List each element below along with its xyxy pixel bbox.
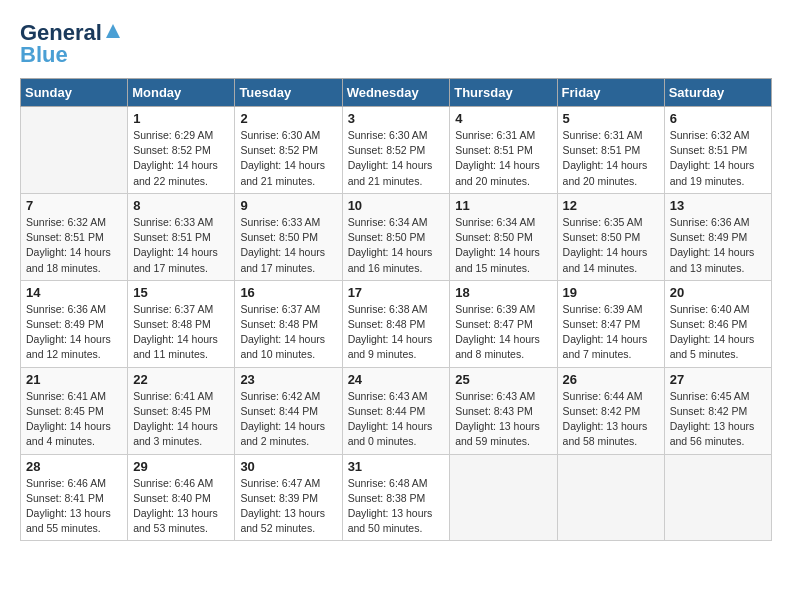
calendar-cell: 7Sunrise: 6:32 AMSunset: 8:51 PMDaylight… (21, 193, 128, 280)
calendar-cell: 31Sunrise: 6:48 AMSunset: 8:38 PMDayligh… (342, 454, 450, 541)
day-info: Sunrise: 6:43 AMSunset: 8:43 PMDaylight:… (455, 389, 551, 450)
week-row-3: 14Sunrise: 6:36 AMSunset: 8:49 PMDayligh… (21, 280, 772, 367)
calendar-cell: 30Sunrise: 6:47 AMSunset: 8:39 PMDayligh… (235, 454, 342, 541)
calendar-cell (557, 454, 664, 541)
calendar-cell: 6Sunrise: 6:32 AMSunset: 8:51 PMDaylight… (664, 107, 771, 194)
header-wednesday: Wednesday (342, 79, 450, 107)
logo: General Blue (20, 20, 122, 68)
calendar-cell: 13Sunrise: 6:36 AMSunset: 8:49 PMDayligh… (664, 193, 771, 280)
day-number: 1 (133, 111, 229, 126)
header-monday: Monday (128, 79, 235, 107)
day-number: 8 (133, 198, 229, 213)
day-info: Sunrise: 6:31 AMSunset: 8:51 PMDaylight:… (563, 128, 659, 189)
calendar-cell: 21Sunrise: 6:41 AMSunset: 8:45 PMDayligh… (21, 367, 128, 454)
week-row-4: 21Sunrise: 6:41 AMSunset: 8:45 PMDayligh… (21, 367, 772, 454)
day-info: Sunrise: 6:37 AMSunset: 8:48 PMDaylight:… (240, 302, 336, 363)
logo-text-blue: Blue (20, 42, 68, 68)
calendar-cell: 9Sunrise: 6:33 AMSunset: 8:50 PMDaylight… (235, 193, 342, 280)
calendar-cell: 23Sunrise: 6:42 AMSunset: 8:44 PMDayligh… (235, 367, 342, 454)
day-number: 25 (455, 372, 551, 387)
day-info: Sunrise: 6:33 AMSunset: 8:50 PMDaylight:… (240, 215, 336, 276)
logo-triangle-icon (104, 22, 122, 40)
day-number: 16 (240, 285, 336, 300)
calendar-header-row: SundayMondayTuesdayWednesdayThursdayFrid… (21, 79, 772, 107)
day-info: Sunrise: 6:45 AMSunset: 8:42 PMDaylight:… (670, 389, 766, 450)
calendar-cell: 5Sunrise: 6:31 AMSunset: 8:51 PMDaylight… (557, 107, 664, 194)
day-info: Sunrise: 6:36 AMSunset: 8:49 PMDaylight:… (26, 302, 122, 363)
calendar-cell: 24Sunrise: 6:43 AMSunset: 8:44 PMDayligh… (342, 367, 450, 454)
day-number: 7 (26, 198, 122, 213)
day-number: 17 (348, 285, 445, 300)
calendar-cell: 28Sunrise: 6:46 AMSunset: 8:41 PMDayligh… (21, 454, 128, 541)
day-number: 21 (26, 372, 122, 387)
day-info: Sunrise: 6:42 AMSunset: 8:44 PMDaylight:… (240, 389, 336, 450)
day-info: Sunrise: 6:32 AMSunset: 8:51 PMDaylight:… (26, 215, 122, 276)
day-number: 19 (563, 285, 659, 300)
day-info: Sunrise: 6:38 AMSunset: 8:48 PMDaylight:… (348, 302, 445, 363)
day-number: 10 (348, 198, 445, 213)
day-number: 14 (26, 285, 122, 300)
calendar-cell: 2Sunrise: 6:30 AMSunset: 8:52 PMDaylight… (235, 107, 342, 194)
header-tuesday: Tuesday (235, 79, 342, 107)
day-info: Sunrise: 6:34 AMSunset: 8:50 PMDaylight:… (455, 215, 551, 276)
day-info: Sunrise: 6:32 AMSunset: 8:51 PMDaylight:… (670, 128, 766, 189)
calendar-cell: 25Sunrise: 6:43 AMSunset: 8:43 PMDayligh… (450, 367, 557, 454)
calendar-cell: 12Sunrise: 6:35 AMSunset: 8:50 PMDayligh… (557, 193, 664, 280)
day-info: Sunrise: 6:41 AMSunset: 8:45 PMDaylight:… (133, 389, 229, 450)
day-info: Sunrise: 6:39 AMSunset: 8:47 PMDaylight:… (563, 302, 659, 363)
day-info: Sunrise: 6:37 AMSunset: 8:48 PMDaylight:… (133, 302, 229, 363)
day-number: 15 (133, 285, 229, 300)
day-number: 24 (348, 372, 445, 387)
week-row-2: 7Sunrise: 6:32 AMSunset: 8:51 PMDaylight… (21, 193, 772, 280)
calendar-table: SundayMondayTuesdayWednesdayThursdayFrid… (20, 78, 772, 541)
day-number: 6 (670, 111, 766, 126)
calendar-cell (450, 454, 557, 541)
calendar-cell: 4Sunrise: 6:31 AMSunset: 8:51 PMDaylight… (450, 107, 557, 194)
header-friday: Friday (557, 79, 664, 107)
day-info: Sunrise: 6:47 AMSunset: 8:39 PMDaylight:… (240, 476, 336, 537)
day-info: Sunrise: 6:33 AMSunset: 8:51 PMDaylight:… (133, 215, 229, 276)
day-number: 9 (240, 198, 336, 213)
svg-marker-0 (106, 24, 120, 38)
header-thursday: Thursday (450, 79, 557, 107)
calendar-cell: 26Sunrise: 6:44 AMSunset: 8:42 PMDayligh… (557, 367, 664, 454)
week-row-1: 1Sunrise: 6:29 AMSunset: 8:52 PMDaylight… (21, 107, 772, 194)
day-number: 20 (670, 285, 766, 300)
day-number: 18 (455, 285, 551, 300)
header-sunday: Sunday (21, 79, 128, 107)
day-info: Sunrise: 6:34 AMSunset: 8:50 PMDaylight:… (348, 215, 445, 276)
calendar-cell: 15Sunrise: 6:37 AMSunset: 8:48 PMDayligh… (128, 280, 235, 367)
calendar-cell: 16Sunrise: 6:37 AMSunset: 8:48 PMDayligh… (235, 280, 342, 367)
day-info: Sunrise: 6:30 AMSunset: 8:52 PMDaylight:… (348, 128, 445, 189)
day-info: Sunrise: 6:35 AMSunset: 8:50 PMDaylight:… (563, 215, 659, 276)
calendar-cell (21, 107, 128, 194)
calendar-cell: 8Sunrise: 6:33 AMSunset: 8:51 PMDaylight… (128, 193, 235, 280)
calendar-cell (664, 454, 771, 541)
day-number: 31 (348, 459, 445, 474)
calendar-cell: 11Sunrise: 6:34 AMSunset: 8:50 PMDayligh… (450, 193, 557, 280)
day-info: Sunrise: 6:29 AMSunset: 8:52 PMDaylight:… (133, 128, 229, 189)
calendar-cell: 29Sunrise: 6:46 AMSunset: 8:40 PMDayligh… (128, 454, 235, 541)
day-number: 12 (563, 198, 659, 213)
day-number: 27 (670, 372, 766, 387)
day-info: Sunrise: 6:46 AMSunset: 8:40 PMDaylight:… (133, 476, 229, 537)
calendar-cell: 19Sunrise: 6:39 AMSunset: 8:47 PMDayligh… (557, 280, 664, 367)
day-info: Sunrise: 6:36 AMSunset: 8:49 PMDaylight:… (670, 215, 766, 276)
calendar-cell: 14Sunrise: 6:36 AMSunset: 8:49 PMDayligh… (21, 280, 128, 367)
day-info: Sunrise: 6:46 AMSunset: 8:41 PMDaylight:… (26, 476, 122, 537)
day-number: 30 (240, 459, 336, 474)
day-info: Sunrise: 6:30 AMSunset: 8:52 PMDaylight:… (240, 128, 336, 189)
day-info: Sunrise: 6:44 AMSunset: 8:42 PMDaylight:… (563, 389, 659, 450)
week-row-5: 28Sunrise: 6:46 AMSunset: 8:41 PMDayligh… (21, 454, 772, 541)
day-number: 5 (563, 111, 659, 126)
day-number: 23 (240, 372, 336, 387)
day-number: 22 (133, 372, 229, 387)
day-number: 29 (133, 459, 229, 474)
day-number: 26 (563, 372, 659, 387)
calendar-cell: 20Sunrise: 6:40 AMSunset: 8:46 PMDayligh… (664, 280, 771, 367)
header-saturday: Saturday (664, 79, 771, 107)
page-header: General Blue (20, 20, 772, 68)
calendar-cell: 17Sunrise: 6:38 AMSunset: 8:48 PMDayligh… (342, 280, 450, 367)
calendar-cell: 27Sunrise: 6:45 AMSunset: 8:42 PMDayligh… (664, 367, 771, 454)
day-number: 3 (348, 111, 445, 126)
